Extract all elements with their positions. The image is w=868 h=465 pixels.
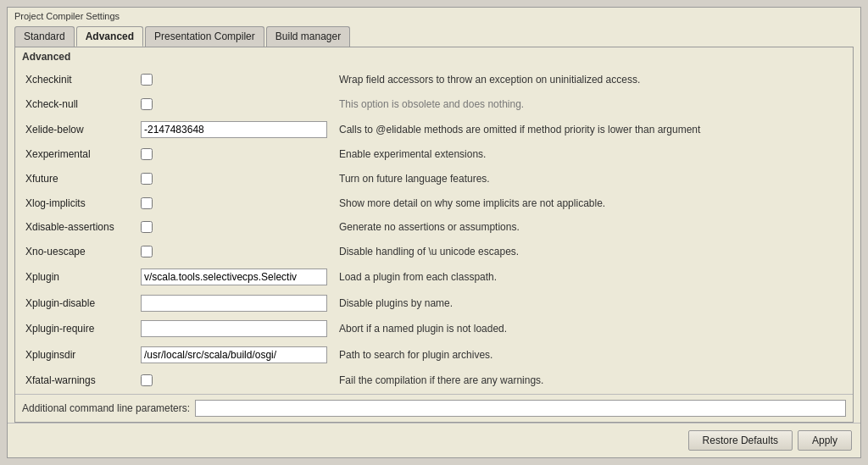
apply-button[interactable]: Apply (798, 430, 852, 451)
row-control-xno-uescape (137, 244, 332, 259)
outer-panel: Project Compiler Settings Standard Advan… (7, 7, 861, 458)
checkbox-xcheckinit[interactable] (141, 74, 153, 86)
row-desc-xno-uescape: Disable handling of \u unicode escapes. (332, 244, 849, 259)
row-desc-xdisable-assertions: Generate no assertions or assumptions. (332, 219, 849, 235)
cmd-label: Additional command line parameters: (22, 402, 190, 414)
row-label-xpluginsdir: Xpluginsdir (19, 346, 137, 364)
row-desc-xcheckinit: Wrap field accessors to throw an excepti… (332, 72, 849, 87)
row-control-xplugin (137, 267, 332, 287)
row-label-xexperimental: Xexperimental (19, 145, 137, 163)
row-label-xcheck-null: Xcheck-null (19, 95, 137, 113)
row-desc-xfatal-warnings: Fail the compilation if there are any wa… (332, 373, 849, 388)
footer-bar: Restore Defaults Apply (8, 423, 860, 457)
section-header: Advanced (15, 47, 853, 66)
row-control-xcheck-null (137, 97, 332, 112)
panel-title: Project Compiler Settings (8, 8, 860, 23)
row-control-xexperimental (137, 147, 332, 162)
row-control-xfatal-warnings (137, 373, 332, 388)
row-label-xcheckinit: Xcheckinit (19, 70, 137, 89)
row-desc-xcheck-null: This option is obsolete and does nothing… (332, 97, 849, 112)
row-control-xelide-below (137, 119, 332, 140)
input-xplugin-require[interactable] (141, 320, 327, 337)
row-control-xplugin-disable (137, 293, 332, 313)
row-desc-xpluginsdir: Path to search for plugin archives. (332, 347, 849, 363)
row-desc-xexperimental: Enable experimental extensions. (332, 147, 849, 162)
row-label-xlog-implicits: Xlog-implicits (19, 194, 137, 213)
restore-defaults-button[interactable]: Restore Defaults (688, 430, 793, 451)
row-label-xfuture: Xfuture (19, 169, 137, 188)
checkbox-xdisable-assertions[interactable] (141, 221, 153, 233)
row-desc-xlog-implicits: Show more detail on why some implicits a… (332, 196, 849, 211)
content-area: Advanced XcheckinitWrap field accessors … (14, 47, 854, 423)
row-control-xpluginsdir (137, 345, 332, 365)
tabs-bar: Standard Advanced Presentation Compiler … (8, 23, 860, 47)
row-desc-xplugin: Load a plugin from each classpath. (332, 269, 849, 285)
row-label-xdisable-assertions: Xdisable-assertions (19, 218, 137, 236)
row-label-xplugin-disable: Xplugin-disable (19, 294, 137, 313)
cmd-input[interactable] (195, 400, 846, 417)
checkbox-xfatal-warnings[interactable] (141, 374, 153, 386)
checkbox-xno-uescape[interactable] (141, 246, 153, 257)
checkbox-xcheck-null[interactable] (141, 98, 153, 110)
row-desc-xplugin-disable: Disable plugins by name. (332, 296, 849, 311)
bottom-bar: Additional command line parameters: (15, 394, 853, 422)
settings-grid: XcheckinitWrap field accessors to throw … (15, 66, 853, 394)
row-control-xlog-implicits (137, 196, 332, 211)
row-label-xelide-below: Xelide-below (19, 120, 137, 139)
row-desc-xfuture: Turn on future language features. (332, 171, 849, 186)
row-label-xfatal-warnings: Xfatal-warnings (19, 371, 137, 390)
tab-build-manager[interactable]: Build manager (266, 26, 350, 47)
row-control-xdisable-assertions (137, 219, 332, 235)
row-control-xcheckinit (137, 72, 332, 87)
input-xpluginsdir[interactable] (141, 346, 327, 363)
row-desc-xplugin-require: Abort if a named plugin is not loaded. (332, 321, 849, 336)
tab-presentation[interactable]: Presentation Compiler (145, 26, 264, 47)
tab-advanced[interactable]: Advanced (76, 26, 143, 47)
checkbox-xlog-implicits[interactable] (141, 197, 153, 209)
input-xplugin[interactable] (141, 268, 327, 285)
input-xelide-below[interactable] (141, 121, 327, 138)
row-control-xfuture (137, 171, 332, 186)
row-label-xno-uescape: Xno-uescape (19, 242, 137, 261)
row-label-xplugin-require: Xplugin-require (19, 319, 137, 338)
checkbox-xexperimental[interactable] (141, 148, 153, 160)
row-control-xplugin-require (137, 318, 332, 339)
row-label-xplugin: Xplugin (19, 268, 137, 286)
row-desc-xelide-below: Calls to @elidable methods are omitted i… (332, 122, 849, 137)
input-xplugin-disable[interactable] (141, 295, 327, 312)
tab-standard[interactable]: Standard (14, 26, 75, 47)
checkbox-xfuture[interactable] (141, 173, 153, 185)
